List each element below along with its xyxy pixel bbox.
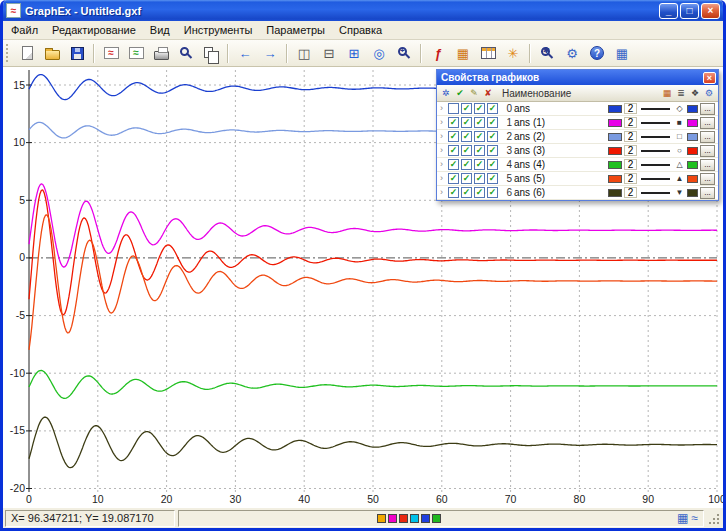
panel-title-bar[interactable]: Свойства графиков × [437,70,718,85]
help-button[interactable]: ? [585,42,609,65]
line-width-value[interactable]: 2 [624,187,637,198]
curve-checkbox[interactable]: ✓ [448,187,459,198]
line-width-value[interactable]: 2 [624,117,637,128]
curve-checkbox[interactable]: ✓ [461,117,472,128]
curve-checkbox[interactable]: ✓ [474,159,485,170]
line-color-swatch[interactable] [608,119,622,127]
edit-curve-icon[interactable]: ✎ [468,88,480,98]
row-more-button[interactable]: ... [700,117,715,129]
open-file-button[interactable] [40,42,64,65]
line-style-sample[interactable] [641,136,670,138]
pan-right-button[interactable]: → [258,42,282,65]
curve-checkbox[interactable]: ✓ [448,131,459,142]
curve-checkbox[interactable]: ✓ [474,131,485,142]
check-all-icon[interactable]: ✔ [454,88,466,98]
line-style-sample[interactable] [641,122,670,124]
marker-symbol-icon[interactable]: ■ [674,118,685,128]
curve-checkbox[interactable]: ✓ [474,145,485,156]
line-style-column-icon[interactable]: ≣ [675,88,687,98]
zoom-box-button[interactable]: + [392,42,416,65]
delete-curve-icon[interactable]: ✘ [482,88,494,98]
line-color-swatch[interactable] [608,189,622,197]
line-width-value[interactable]: 2 [624,145,637,156]
marker-color-swatch[interactable] [687,161,698,169]
line-color-swatch[interactable] [608,105,622,113]
line-width-value[interactable]: 2 [624,159,637,170]
curve-checkbox[interactable]: ✓ [474,173,485,184]
marker-symbol-icon[interactable]: ▲ [674,174,685,184]
marker-color-swatch[interactable] [687,147,698,155]
curve-checkbox[interactable]: ✓ [461,173,472,184]
curve-checkbox[interactable]: ✓ [487,117,498,128]
line-style-sample[interactable] [641,150,670,152]
line-style-sample[interactable] [641,108,670,110]
pan-left-button[interactable]: ← [233,42,257,65]
row-more-button[interactable]: ... [700,187,715,199]
row-more-button[interactable]: ... [700,131,715,143]
print-preview-button[interactable] [174,42,198,65]
line-width-value[interactable]: 2 [624,173,637,184]
title-bar[interactable]: ≈ GraphEx - Untitled.gxf _ □ × [3,0,723,21]
curve-checkbox[interactable]: ✓ [474,117,485,128]
color-swatch[interactable] [377,514,386,523]
curve-checkbox[interactable]: ✓ [487,145,498,156]
menu-item-options[interactable]: Параметры [259,21,332,40]
options-button[interactable]: ⚙ [560,42,584,65]
row-more-button[interactable]: ... [700,145,715,157]
curve-checkbox[interactable]: ✓ [461,159,472,170]
curve-checkbox[interactable]: ✓ [461,103,472,114]
zoom-options-button[interactable]: ✱ [535,42,559,65]
row-expander-icon[interactable]: › [440,118,446,127]
curve-checkbox[interactable]: ✓ [487,159,498,170]
marker-symbol-icon[interactable]: ◇ [674,104,685,114]
smoothing-button[interactable]: ✳ [501,42,525,65]
menu-item-edit[interactable]: Редактирование [45,21,143,40]
row-expander-icon[interactable]: › [440,160,446,169]
data-table-button[interactable] [476,42,500,65]
curve-checkbox[interactable] [448,103,459,114]
row-more-button[interactable]: ... [700,103,715,115]
marker-color-swatch[interactable] [687,189,698,197]
color-swatch[interactable] [421,514,430,523]
save-file-button[interactable] [65,42,89,65]
curve-checkbox[interactable]: ✓ [487,103,498,114]
curve-checkbox[interactable]: ✓ [448,173,459,184]
line-color-swatch[interactable] [608,161,622,169]
row-more-button[interactable]: ... [700,159,715,171]
curve-checkbox[interactable]: ✓ [487,173,498,184]
line-color-swatch[interactable] [608,175,622,183]
plot-expression-button[interactable]: ≈ [99,42,123,65]
plot-table-data-button[interactable]: ≈ [124,42,148,65]
show-all-curves-icon[interactable]: ✲ [440,88,452,98]
menu-item-tools[interactable]: Инструменты [177,21,260,40]
maximize-button[interactable]: □ [680,3,699,19]
marker-symbol-icon[interactable]: □ [674,132,685,142]
line-width-value[interactable]: 2 [624,131,637,142]
row-more-button[interactable]: ... [700,173,715,185]
curve-checkbox[interactable]: ✓ [461,131,472,142]
line-color-column-icon[interactable]: ▦ [661,88,673,98]
resize-grip[interactable] [707,509,721,527]
line-style-sample[interactable] [641,164,670,166]
marker-color-swatch[interactable] [687,175,698,183]
status-curve-icon[interactable]: ≈ [691,512,698,524]
menu-item-file[interactable]: Файл [4,21,45,40]
row-expander-icon[interactable]: › [440,132,446,141]
row-expander-icon[interactable]: › [440,104,446,113]
status-grid-icon[interactable]: ▦ [677,512,688,524]
line-width-value[interactable]: 2 [624,103,637,114]
curve-checkbox[interactable]: ✓ [448,145,459,156]
print-button[interactable] [149,42,173,65]
axes-y-setup-button[interactable]: ⊟ [317,42,341,65]
curve-checkbox[interactable]: ✓ [487,187,498,198]
line-color-swatch[interactable] [608,133,622,141]
color-swatch[interactable] [388,514,397,523]
toolbar-grip[interactable] [6,44,11,62]
function-editor-button[interactable]: ƒ [426,42,450,65]
line-color-swatch[interactable] [608,147,622,155]
curve-checkbox[interactable]: ✓ [487,131,498,142]
menu-item-view[interactable]: Вид [143,21,177,40]
curve-checkbox[interactable]: ✓ [461,145,472,156]
curve-checkbox[interactable]: ✓ [474,103,485,114]
row-expander-icon[interactable]: › [440,188,446,197]
